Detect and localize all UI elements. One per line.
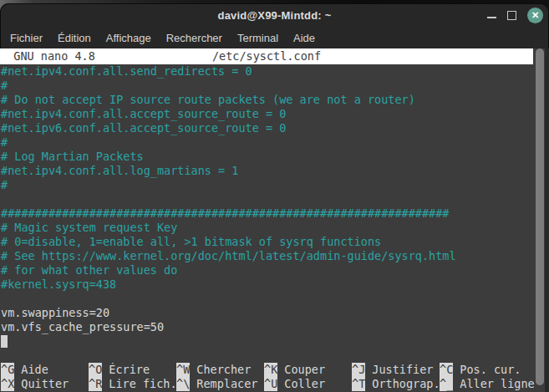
editor-line — [0, 192, 544, 206]
shortcut-label: Orthograp. — [372, 377, 440, 390]
shortcut-key: ^G — [1, 363, 14, 377]
editor-line: # for what other values do — [0, 263, 544, 277]
nano-shortcut: ^JJustifier — [352, 363, 440, 377]
terminal-screen[interactable]: GNU nano 4.8 /etc/sysctl.conf #net.ipv4.… — [0, 48, 549, 392]
window-right-edge — [545, 48, 549, 392]
nano-shortcut-row: ^XQuitter^RLire fich.^\Remplacer^UColler… — [0, 377, 544, 391]
editor-line: # Magic system request Key — [0, 221, 544, 235]
shortcut-key: ^X — [1, 377, 14, 391]
window-controls: ✕ — [487, 3, 543, 27]
editor-line: # — [0, 178, 544, 192]
nano-titlebar: GNU nano 4.8 /etc/sysctl.conf — [0, 48, 533, 64]
shortcut-key: ^_ — [440, 377, 453, 391]
cursor-line — [0, 334, 544, 349]
nano-shortcut: ^WChercher — [176, 363, 264, 377]
editor-line: # Do not accept IP source route packets … — [0, 93, 544, 107]
shortcut-label: Couper — [284, 363, 325, 376]
scrollbar[interactable] — [536, 48, 544, 385]
shortcut-key: ^O — [89, 363, 102, 377]
nano-shortcut: ^\Remplacer — [176, 377, 264, 391]
nano-shortcut: ^OÉcrire — [89, 363, 176, 377]
shortcut-key: ^W — [176, 363, 190, 377]
shortcut-key: ^\ — [176, 377, 190, 391]
shortcut-label: Chercher — [196, 363, 251, 376]
nano-filename: /etc/sysctl.conf — [0, 49, 533, 64]
editor-line: vm.swappiness=20 — [0, 306, 544, 320]
editor-line: #net.ipv4.conf.all.send_redirects = 0 — [0, 64, 544, 79]
editor-line — [0, 349, 544, 363]
menu-bar: FichierÉditionAffichageRechercherTermina… — [0, 27, 549, 48]
nano-shortcut: ^XQuitter — [1, 377, 89, 391]
shortcut-label: Lire fich. — [109, 377, 176, 390]
menu-item-terminal[interactable]: Terminal — [230, 29, 286, 47]
nano-shortcut: ^TOrthograp. — [352, 377, 440, 391]
shortcut-label: Justifier — [372, 363, 433, 376]
menu-item-aide[interactable]: Aide — [286, 29, 323, 47]
window-title: david@X99-Mintdd: ~ — [217, 9, 331, 22]
minimize-icon[interactable] — [487, 17, 496, 18]
editor-line: #net.ipv4.conf.all.log_martians = 1 — [0, 164, 544, 178]
editor-line: ########################################… — [0, 206, 544, 221]
terminal-window: david@X99-Mintdd: ~ ✕ FichierÉditionAffi… — [0, 3, 549, 392]
shortcut-key: ^T — [352, 377, 365, 391]
nano-shortcut-row: ^GAide^OÉcrire^WChercher^KCouper^JJustif… — [0, 363, 544, 377]
menu-item-affichage[interactable]: Affichage — [99, 29, 159, 47]
shortcut-label: Écrire — [109, 363, 150, 376]
editor-line: # Log Martian Packets — [0, 150, 544, 164]
editor-line: # See https://www.kernel.org/doc/html/la… — [0, 249, 544, 263]
nano-shortcut: ^CPos. cur. — [440, 363, 521, 377]
shortcut-key: ^R — [89, 377, 102, 391]
window-titlebar[interactable]: david@X99-Mintdd: ~ ✕ — [0, 3, 549, 27]
shortcut-label: Pos. cur. — [460, 363, 521, 376]
nano-shortcut: ^_Aller ligne — [440, 377, 535, 391]
editor-line: # — [0, 79, 544, 93]
close-icon[interactable]: ✕ — [527, 8, 543, 23]
menu-item-dition[interactable]: Édition — [50, 29, 99, 47]
editor-line: # — [0, 135, 544, 150]
menu-item-fichier[interactable]: Fichier — [3, 29, 50, 47]
shortcut-label: Quitter — [21, 377, 69, 390]
nano-shortcut: ^UColler — [264, 377, 352, 391]
shortcut-label: Aller ligne — [460, 377, 534, 390]
editor-line: #net.ipv6.conf.all.accept_source_route =… — [0, 121, 544, 135]
shortcut-label: Aide — [21, 363, 48, 376]
shortcut-key: ^J — [352, 363, 365, 377]
shortcut-key: ^C — [440, 363, 453, 377]
editor-line: vm.vfs_cache_pressure=50 — [0, 320, 544, 334]
shortcut-label: Coller — [284, 377, 325, 390]
editor-line — [0, 292, 544, 306]
editor-line: #net.ipv4.conf.all.accept_source_route =… — [0, 107, 544, 121]
shortcut-label: Remplacer — [196, 377, 257, 390]
text-cursor — [1, 335, 8, 348]
editor-lines: #net.ipv4.conf.all.send_redirects = 0## … — [0, 64, 544, 391]
nano-shortcut: ^GAide — [1, 363, 89, 377]
menu-item-rechercher[interactable]: Rechercher — [159, 29, 230, 47]
editor-line: #kernel.sysrq=438 — [0, 277, 544, 292]
editor-line: # 0=disable, 1=enable all, >1 bitmask of… — [0, 235, 544, 249]
nano-shortcut: ^RLire fich. — [89, 377, 176, 391]
maximize-icon[interactable] — [507, 11, 516, 20]
nano-shortcut: ^KCouper — [264, 363, 352, 377]
shortcut-key: ^K — [264, 363, 277, 377]
shortcut-key: ^U — [264, 377, 277, 391]
